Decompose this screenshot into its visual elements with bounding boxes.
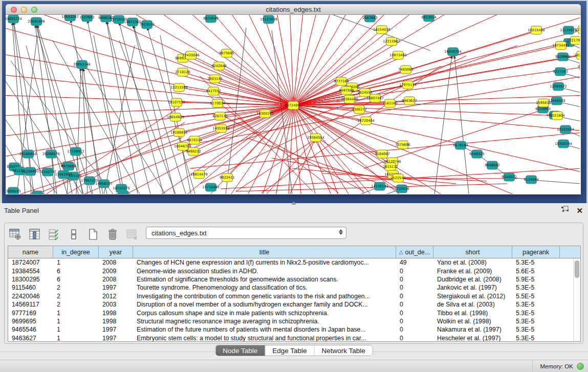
graph-node[interactable]: 2803144 [207,75,222,83]
graph-node[interactable]: 9975883 [61,162,76,170]
column-header-pagerank[interactable]: pagerank [512,246,560,258]
graph-node[interactable]: 9046582 [485,161,499,169]
graph-node[interactable]: 8267130 [212,112,227,120]
table-row[interactable]: 1938455462009Genome-wide association stu… [8,267,573,275]
column-header-year[interactable]: year [99,246,133,258]
graph-node[interactable]: 12093572 [550,82,567,91]
table-scrollbar[interactable] [573,258,580,341]
table-row[interactable]: 969969511998Structural magnetic resonanc… [8,317,573,325]
table-panel-title: Table Panel [4,207,39,214]
table-row[interactable]: 911546021997Tourette syndrome. Phenomeno… [8,283,573,292]
graph-node[interactable]: 9245022 [502,173,516,181]
graph-node[interactable]: 7375696 [395,141,410,149]
splitter-handle[interactable] [291,202,296,205]
graph-node[interactable]: 3009183 [6,187,20,194]
table-row[interactable]: 2242004622012Investigating the contribut… [8,292,573,300]
table-row[interactable]: 977716911998Corpus callosum shape and si… [8,309,573,317]
column-header-name[interactable]: name [8,246,53,258]
column-header-out_de[interactable]: △out_de... [396,246,433,258]
graph-node[interactable]: 1162160 [382,99,397,107]
graph-node[interactable]: 9463627 [402,97,417,105]
graph-node[interactable]: 1595838 [536,99,551,107]
graph-node[interactable]: 9134564 [524,176,538,184]
new-table-button[interactable] [86,228,100,241]
graph-node[interactable]: 9184067 [375,150,389,158]
svg-text:16154838: 16154838 [373,28,390,32]
graph-node[interactable]: 9242848 [211,62,226,70]
graph-node[interactable]: 9497568 [339,86,354,95]
graph-node[interactable]: 1170034 [210,99,225,107]
graph-node[interactable]: 1733426 [394,185,409,193]
graph-node[interactable]: 22691406 [28,17,45,26]
graph-node[interactable]: 18914479 [190,170,208,179]
table-row[interactable]: 946554611997Estimation of the future num… [8,325,573,334]
svg-text:3009183: 3009183 [6,189,20,193]
svg-text:9497568: 9497568 [339,89,354,93]
graph-node[interactable]: 15718485 [202,183,220,191]
graph-node[interactable]: 9546325 [469,150,484,158]
graph-node[interactable]: 2087682 [362,15,377,22]
column-header-title[interactable]: title [133,246,396,258]
delete-table-button[interactable] [106,228,119,241]
graph-node[interactable]: 2718126 [175,68,190,76]
graph-node[interactable]: 1021804 [550,112,564,120]
table-cell: Dudbridge et al. (2008) [433,276,512,283]
table-row[interactable]: 1830029562008Estimation of significance … [8,275,573,283]
table-select-dropdown[interactable]: citations_edges.txt [146,227,346,239]
table-options-button[interactable] [9,228,22,241]
table-row[interactable]: 1872400712008Changes of HCN gene express… [8,258,573,267]
graph-node[interactable]: 1827544 [574,51,580,59]
graph-node[interactable]: 15123439 [260,15,277,24]
float-panel-icon[interactable] [561,206,569,215]
column-header-in_degree[interactable]: in_degree [53,246,99,258]
graph-node[interactable]: 17159912 [67,147,84,156]
graph-node[interactable]: 16154838 [373,26,390,34]
svg-text:2087682: 2087682 [362,16,377,20]
table-panel: Table Panel ✕ [0,203,588,360]
graph-node[interactable]: 12213399 [170,83,188,92]
graph-node[interactable]: 18107552 [168,98,185,106]
graph-node[interactable]: 7485083 [577,63,580,71]
graph-node[interactable]: 17975115 [399,81,417,89]
graph-node[interactable]: 8679194 [453,141,468,149]
graph-node[interactable]: 8878334 [187,136,202,144]
graph-node[interactable]: 9875685 [219,49,234,57]
graph-node[interactable]: 10330344 [555,140,572,148]
show-column-button[interactable] [28,228,41,241]
graph-node[interactable]: 8427552 [206,87,221,95]
graph-node[interactable]: 2522544 [390,174,405,182]
graph-node[interactable]: 9329966 [555,53,570,61]
graph-node[interactable]: 9227343 [553,68,568,76]
graph-node[interactable]: 1527602 [79,15,94,21]
graph-node[interactable]: 10654925 [167,113,184,121]
graph-edge [258,105,293,194]
graph-node[interactable]: 1615132 [383,163,398,171]
tab-network-table[interactable]: Network Table [315,345,373,356]
network-window-titlebar[interactable]: citations_edges.txt [6,4,581,15]
graph-node[interactable]: 8633049 [203,15,218,23]
scrollbar-thumb[interactable] [575,260,579,278]
column-header-short[interactable]: short [433,246,512,258]
network-canvas[interactable]: 2405572422691406105532871527602946616010… [6,15,580,194]
graph-node[interactable]: 11548408 [575,26,580,34]
merge-cells-button[interactable] [67,228,80,241]
select-all-rows-button[interactable]: ✓ ✓ ✓ [48,228,61,241]
graph-node[interactable]: 7915526 [139,20,154,29]
graph-node[interactable]: 24055724 [6,15,22,23]
graph-node[interactable]: 7386372 [352,105,366,114]
svg-text:9546325: 9546325 [469,152,484,156]
table-cell: Investigating the contribution of common… [133,293,396,300]
tab-edge-table[interactable]: Edge Table [265,345,314,356]
graph-node[interactable]: 7485063 [398,65,413,74]
graph-node[interactable]: 8813014 [421,15,436,21]
table-row[interactable]: 946362711997Embryonic stem cells: a mode… [8,334,573,342]
table-row[interactable]: 1456911722003Disruption of a novel membe… [8,300,573,309]
close-panel-icon[interactable]: ✕ [576,207,583,214]
graph-node[interactable]: 9498222 [186,147,201,156]
table-cell: 5.3E-5 [512,259,560,266]
tab-node-table[interactable]: Node Table [215,345,265,356]
graph-node[interactable]: 9822411 [220,173,234,182]
svg-text:17975115: 17975115 [399,83,417,87]
graph-node[interactable]: 10553287 [61,15,79,21]
graph-node[interactable]: 14353594 [212,124,230,133]
